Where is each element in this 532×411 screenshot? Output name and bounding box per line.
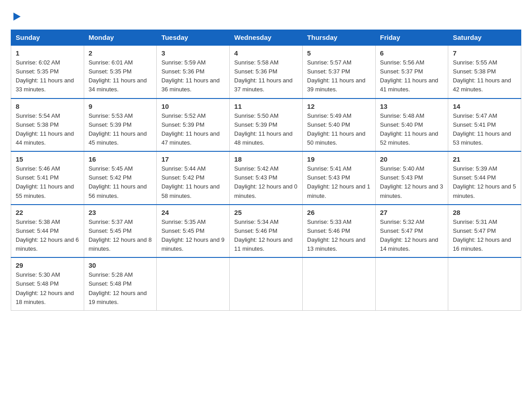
- day-number: 21: [453, 155, 516, 163]
- calendar-cell: 20 Sunrise: 5:40 AMSunset: 5:43 PMDaylig…: [375, 151, 448, 205]
- calendar-cell: 6 Sunrise: 5:56 AMSunset: 5:37 PMDayligh…: [375, 45, 448, 98]
- calendar-cell: 27 Sunrise: 5:32 AMSunset: 5:47 PMDaylig…: [375, 205, 448, 258]
- day-number: 16: [89, 155, 152, 163]
- calendar-cell: 29 Sunrise: 5:30 AMSunset: 5:48 PMDaylig…: [11, 257, 84, 310]
- day-info: Sunrise: 5:57 AMSunset: 5:37 PMDaylight:…: [307, 58, 371, 94]
- day-info: Sunrise: 5:45 AMSunset: 5:42 PMDaylight:…: [89, 164, 152, 201]
- calendar-cell: 15 Sunrise: 5:46 AMSunset: 5:41 PMDaylig…: [11, 151, 84, 205]
- day-info: Sunrise: 5:52 AMSunset: 5:39 PMDaylight:…: [161, 111, 225, 148]
- day-info: Sunrise: 5:49 AMSunset: 5:40 PMDaylight:…: [307, 111, 371, 148]
- day-number: 30: [89, 261, 152, 269]
- calendar-cell: 11 Sunrise: 5:50 AMSunset: 5:39 PMDaylig…: [230, 98, 303, 152]
- calendar-cell: [375, 257, 448, 310]
- day-info: Sunrise: 5:33 AMSunset: 5:46 PMDaylight:…: [307, 218, 371, 254]
- weekday-header-friday: Friday: [375, 30, 448, 46]
- day-number: 17: [161, 155, 225, 163]
- day-number: 7: [453, 49, 516, 57]
- day-info: Sunrise: 5:46 AMSunset: 5:41 PMDaylight:…: [16, 164, 79, 201]
- day-number: 3: [161, 49, 225, 57]
- calendar-cell: [230, 257, 303, 310]
- day-info: Sunrise: 5:56 AMSunset: 5:37 PMDaylight:…: [380, 58, 444, 94]
- day-info: Sunrise: 5:32 AMSunset: 5:47 PMDaylight:…: [380, 218, 444, 254]
- day-number: 25: [234, 209, 298, 216]
- calendar-cell: 12 Sunrise: 5:49 AMSunset: 5:40 PMDaylig…: [302, 98, 375, 152]
- day-info: Sunrise: 5:47 AMSunset: 5:41 PMDaylight:…: [453, 111, 516, 148]
- calendar-week-row: 8 Sunrise: 5:54 AMSunset: 5:38 PMDayligh…: [11, 98, 521, 152]
- weekday-header-saturday: Saturday: [448, 30, 521, 46]
- day-info: Sunrise: 5:28 AMSunset: 5:48 PMDaylight:…: [89, 270, 152, 307]
- calendar-cell: 30 Sunrise: 5:28 AMSunset: 5:48 PMDaylig…: [84, 257, 157, 310]
- day-number: 27: [380, 209, 444, 216]
- calendar-cell: 19 Sunrise: 5:41 AMSunset: 5:43 PMDaylig…: [302, 151, 375, 205]
- calendar-week-row: 1 Sunrise: 6:02 AMSunset: 5:35 PMDayligh…: [11, 45, 521, 98]
- day-info: Sunrise: 6:01 AMSunset: 5:35 PMDaylight:…: [89, 58, 152, 94]
- day-info: Sunrise: 5:42 AMSunset: 5:43 PMDaylight:…: [234, 164, 298, 201]
- day-number: 11: [234, 103, 298, 110]
- day-info: Sunrise: 5:37 AMSunset: 5:45 PMDaylight:…: [89, 218, 152, 254]
- logo-arrow-icon: [12, 12, 21, 21]
- svg-marker-0: [13, 13, 21, 21]
- day-info: Sunrise: 5:38 AMSunset: 5:44 PMDaylight:…: [16, 218, 79, 254]
- weekday-header-thursday: Thursday: [302, 30, 375, 46]
- calendar-cell: 5 Sunrise: 5:57 AMSunset: 5:37 PMDayligh…: [302, 45, 375, 98]
- calendar-table: SundayMondayTuesdayWednesdayThursdayFrid…: [11, 30, 521, 311]
- day-number: 18: [234, 155, 298, 163]
- day-info: Sunrise: 5:59 AMSunset: 5:36 PMDaylight:…: [161, 58, 225, 94]
- calendar-cell: 8 Sunrise: 5:54 AMSunset: 5:38 PMDayligh…: [11, 98, 84, 152]
- calendar-cell: 13 Sunrise: 5:48 AMSunset: 5:40 PMDaylig…: [375, 98, 448, 152]
- day-info: Sunrise: 5:50 AMSunset: 5:39 PMDaylight:…: [234, 111, 298, 148]
- weekday-header-row: SundayMondayTuesdayWednesdayThursdayFrid…: [11, 30, 521, 46]
- day-info: Sunrise: 5:35 AMSunset: 5:45 PMDaylight:…: [161, 218, 225, 254]
- day-number: 2: [89, 49, 152, 57]
- day-number: 29: [16, 261, 79, 269]
- day-info: Sunrise: 5:48 AMSunset: 5:40 PMDaylight:…: [380, 111, 444, 148]
- day-info: Sunrise: 5:40 AMSunset: 5:43 PMDaylight:…: [380, 164, 444, 201]
- calendar-cell: 9 Sunrise: 5:53 AMSunset: 5:39 PMDayligh…: [84, 98, 157, 152]
- day-number: 26: [307, 209, 371, 216]
- calendar-cell: 26 Sunrise: 5:33 AMSunset: 5:46 PMDaylig…: [302, 205, 375, 258]
- calendar-cell: 17 Sunrise: 5:44 AMSunset: 5:42 PMDaylig…: [157, 151, 230, 205]
- day-number: 12: [307, 103, 371, 110]
- day-number: 4: [234, 49, 298, 57]
- day-info: Sunrise: 5:55 AMSunset: 5:38 PMDaylight:…: [453, 58, 516, 94]
- day-number: 19: [307, 155, 371, 163]
- weekday-header-wednesday: Wednesday: [230, 30, 303, 46]
- day-number: 24: [161, 209, 225, 216]
- day-number: 14: [453, 103, 516, 110]
- day-number: 28: [453, 209, 516, 216]
- weekday-header-tuesday: Tuesday: [157, 30, 230, 46]
- day-info: Sunrise: 5:31 AMSunset: 5:47 PMDaylight:…: [453, 218, 516, 254]
- day-info: Sunrise: 5:39 AMSunset: 5:44 PMDaylight:…: [453, 164, 516, 201]
- weekday-header-sunday: Sunday: [11, 30, 84, 46]
- calendar-week-row: 15 Sunrise: 5:46 AMSunset: 5:41 PMDaylig…: [11, 151, 521, 205]
- calendar-cell: 3 Sunrise: 5:59 AMSunset: 5:36 PMDayligh…: [157, 45, 230, 98]
- day-info: Sunrise: 5:58 AMSunset: 5:36 PMDaylight:…: [234, 58, 298, 94]
- day-info: Sunrise: 5:41 AMSunset: 5:43 PMDaylight:…: [307, 164, 371, 201]
- calendar-week-row: 29 Sunrise: 5:30 AMSunset: 5:48 PMDaylig…: [11, 257, 521, 310]
- day-number: 15: [16, 155, 79, 163]
- day-number: 20: [380, 155, 444, 163]
- day-number: 6: [380, 49, 444, 57]
- day-number: 13: [380, 103, 444, 110]
- calendar-cell: 25 Sunrise: 5:34 AMSunset: 5:46 PMDaylig…: [230, 205, 303, 258]
- calendar-cell: [302, 257, 375, 310]
- calendar-cell: 21 Sunrise: 5:39 AMSunset: 5:44 PMDaylig…: [448, 151, 521, 205]
- day-number: 10: [161, 103, 225, 110]
- day-info: Sunrise: 5:54 AMSunset: 5:38 PMDaylight:…: [16, 111, 79, 148]
- day-number: 5: [307, 49, 371, 57]
- day-info: Sunrise: 5:44 AMSunset: 5:42 PMDaylight:…: [161, 164, 225, 201]
- calendar-cell: 24 Sunrise: 5:35 AMSunset: 5:45 PMDaylig…: [157, 205, 230, 258]
- calendar-cell: 14 Sunrise: 5:47 AMSunset: 5:41 PMDaylig…: [448, 98, 521, 152]
- day-number: 23: [89, 209, 152, 216]
- day-number: 8: [16, 103, 79, 110]
- calendar-cell: 2 Sunrise: 6:01 AMSunset: 5:35 PMDayligh…: [84, 45, 157, 98]
- calendar-cell: 28 Sunrise: 5:31 AMSunset: 5:47 PMDaylig…: [448, 205, 521, 258]
- day-info: Sunrise: 5:30 AMSunset: 5:48 PMDaylight:…: [16, 270, 79, 307]
- day-number: 22: [16, 209, 79, 216]
- day-info: Sunrise: 6:02 AMSunset: 5:35 PMDaylight:…: [16, 58, 79, 94]
- calendar-cell: 10 Sunrise: 5:52 AMSunset: 5:39 PMDaylig…: [157, 98, 230, 152]
- day-info: Sunrise: 5:34 AMSunset: 5:46 PMDaylight:…: [234, 218, 298, 254]
- logo: [11, 11, 21, 21]
- calendar-cell: 4 Sunrise: 5:58 AMSunset: 5:36 PMDayligh…: [230, 45, 303, 98]
- day-number: 9: [89, 103, 152, 110]
